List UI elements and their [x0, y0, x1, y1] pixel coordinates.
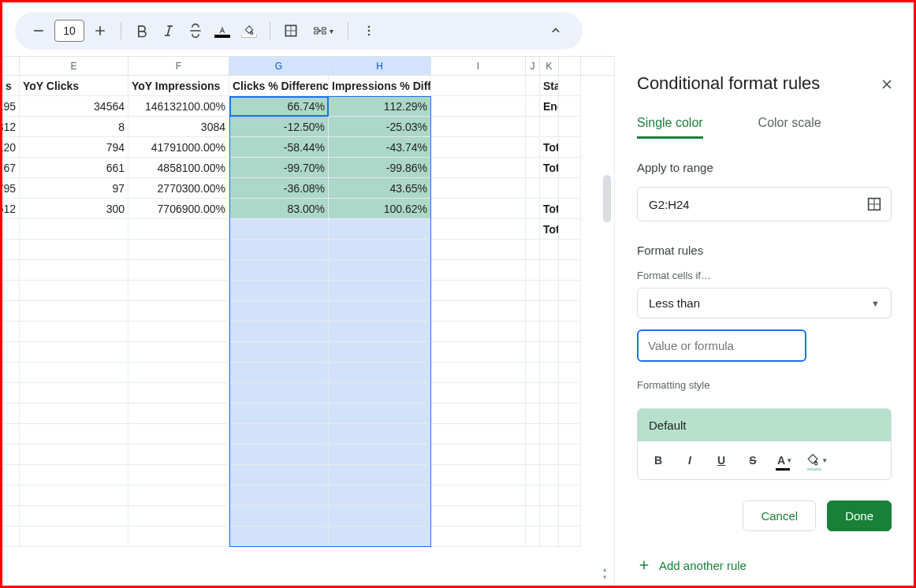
cell-gutter[interactable]: [2, 445, 20, 465]
cell-I[interactable]: [431, 260, 526, 281]
cell-E[interactable]: [20, 260, 128, 281]
cell-gutter[interactable]: 120: [2, 137, 20, 158]
cell-H[interactable]: [329, 445, 431, 465]
cell-K[interactable]: [540, 117, 559, 137]
cell-gutter[interactable]: [559, 117, 581, 137]
cell-J[interactable]: [526, 281, 540, 301]
header-cell-G[interactable]: Clicks % Difference: [229, 76, 329, 96]
cell-H[interactable]: [329, 301, 431, 322]
cell-G[interactable]: -99.70%: [229, 158, 329, 178]
cell-gutter[interactable]: [2, 342, 20, 363]
column-header-H[interactable]: H: [329, 57, 431, 75]
cell-J[interactable]: [526, 465, 540, 486]
cell-E[interactable]: [20, 219, 128, 240]
cell-E[interactable]: [20, 342, 128, 363]
cell-G[interactable]: [229, 260, 329, 281]
cell-I[interactable]: [431, 404, 526, 424]
cell-gutter[interactable]: 195: [2, 96, 20, 117]
scroll-up-icon[interactable]: ▴: [603, 565, 611, 573]
header-cell-gutter[interactable]: s: [2, 76, 20, 96]
cell-K[interactable]: [540, 383, 559, 404]
column-header-G[interactable]: G: [229, 57, 329, 75]
cell-J[interactable]: [526, 137, 540, 158]
style-text-color-button[interactable]: A▾: [773, 449, 795, 471]
bold-button[interactable]: [129, 18, 155, 43]
cell-gutter[interactable]: [559, 240, 581, 260]
cell-I[interactable]: [431, 342, 526, 363]
cell-gutter[interactable]: [559, 404, 581, 424]
cell-G[interactable]: 83.00%: [229, 199, 329, 219]
cell-gutter[interactable]: [559, 363, 581, 383]
cell-F[interactable]: [128, 486, 229, 506]
done-button[interactable]: Done: [827, 501, 892, 531]
cell-F[interactable]: [128, 424, 229, 445]
column-header-F[interactable]: F: [128, 57, 229, 75]
column-header-J[interactable]: J: [526, 57, 540, 75]
borders-button[interactable]: [278, 18, 303, 43]
cell-G[interactable]: [229, 424, 329, 445]
cell-K[interactable]: [540, 322, 559, 342]
default-style-swatch[interactable]: Default: [638, 409, 891, 441]
cell-G[interactable]: [229, 404, 329, 424]
italic-button[interactable]: [156, 18, 181, 43]
cell-E[interactable]: [20, 322, 128, 342]
cell-F[interactable]: [128, 383, 229, 404]
tab-single-color[interactable]: Single color: [637, 116, 703, 139]
cell-I[interactable]: [431, 424, 526, 445]
cell-E[interactable]: 300: [20, 199, 128, 219]
cell-K[interactable]: [540, 506, 559, 527]
cell-gutter[interactable]: [559, 199, 581, 219]
cell-gutter[interactable]: [559, 281, 581, 301]
cell-K[interactable]: [540, 424, 559, 445]
cell-gutter[interactable]: [559, 424, 581, 445]
style-bold-button[interactable]: B: [647, 449, 669, 471]
header-cell-F[interactable]: YoY Impressions: [128, 76, 229, 96]
cell-E[interactable]: [20, 404, 128, 424]
cell-K[interactable]: [540, 342, 559, 363]
cell-G[interactable]: [229, 445, 329, 465]
collapse-toolbar-button[interactable]: [543, 18, 568, 43]
cell-E[interactable]: [20, 281, 128, 301]
cell-gutter[interactable]: [559, 506, 581, 527]
condition-value-input[interactable]: [637, 329, 806, 362]
cell-J[interactable]: [526, 240, 540, 260]
tab-color-scale[interactable]: Color scale: [758, 116, 821, 139]
cell-H[interactable]: [329, 240, 431, 260]
header-cell-J[interactable]: [526, 76, 540, 96]
cell-gutter[interactable]: [559, 527, 581, 547]
cell-G[interactable]: [229, 486, 329, 506]
cell-gutter[interactable]: [559, 219, 581, 240]
cell-I[interactable]: [431, 158, 526, 178]
cell-K[interactable]: [540, 301, 559, 322]
cell-F[interactable]: [128, 240, 229, 260]
cell-E[interactable]: 97: [20, 178, 128, 199]
cell-gutter[interactable]: [2, 260, 20, 281]
cancel-button[interactable]: Cancel: [743, 501, 816, 531]
cell-gutter[interactable]: 612: [2, 199, 20, 219]
cell-J[interactable]: [526, 199, 540, 219]
cell-F[interactable]: 7706900.00%: [128, 199, 229, 219]
cell-J[interactable]: [526, 404, 540, 424]
cell-gutter[interactable]: [2, 486, 20, 506]
cell-E[interactable]: [20, 301, 128, 322]
cell-J[interactable]: [526, 260, 540, 281]
cell-K[interactable]: [540, 260, 559, 281]
cell-H[interactable]: [329, 322, 431, 342]
cell-E[interactable]: [20, 486, 128, 506]
cell-H[interactable]: [329, 260, 431, 281]
cell-K[interactable]: [540, 465, 559, 486]
cell-H[interactable]: -25.03%: [329, 117, 431, 137]
scroll-down-icon[interactable]: ▾: [603, 573, 611, 581]
cell-F[interactable]: [128, 363, 229, 383]
cell-gutter[interactable]: 795: [2, 178, 20, 199]
cell-gutter[interactable]: [559, 445, 581, 465]
cell-E[interactable]: [20, 506, 128, 527]
cell-gutter[interactable]: [559, 383, 581, 404]
cell-E[interactable]: [20, 465, 128, 486]
cell-K[interactable]: [540, 178, 559, 199]
cell-J[interactable]: [526, 301, 540, 322]
more-options-button[interactable]: [356, 18, 382, 43]
text-color-button[interactable]: [210, 18, 235, 43]
cell-J[interactable]: [526, 506, 540, 527]
cell-E[interactable]: 661: [20, 158, 128, 178]
